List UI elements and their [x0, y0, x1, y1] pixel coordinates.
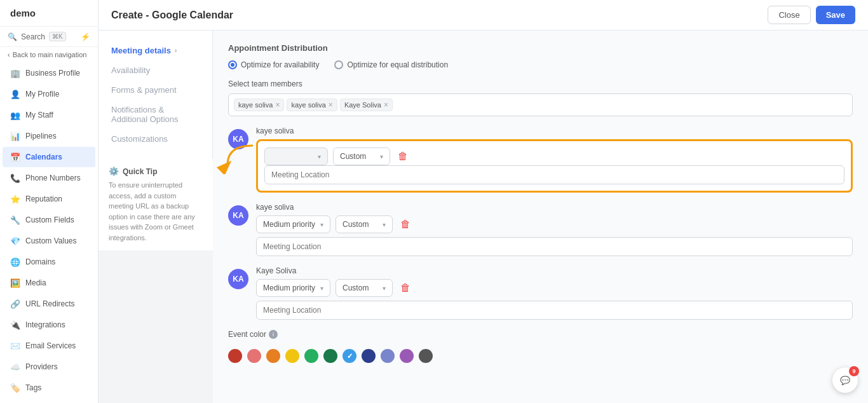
step-availability[interactable]: Availability	[98, 60, 212, 80]
sidebar-item-my-profile[interactable]: 👤 My Profile	[3, 84, 95, 104]
business-profile-icon: 🏢	[10, 68, 20, 78]
chat-bubble[interactable]: 💬 9	[832, 367, 858, 393]
location-input-0[interactable]	[264, 165, 844, 184]
sidebar-item-phone-numbers[interactable]: 📞 Phone Numbers	[3, 168, 95, 188]
step-notifications[interactable]: Notifications & Additional Options	[98, 100, 212, 129]
member-name-1: kaye soliva	[256, 203, 853, 212]
chat-icon: 💬	[840, 376, 850, 385]
my-profile-icon: 👤	[10, 89, 20, 99]
search-bar[interactable]: 🔍 Search ⌘K ⚡	[0, 27, 98, 47]
sidebar-item-label: URL Redirects	[25, 299, 75, 308]
radio-optimize-equal[interactable]: Optimize for equal distribution	[334, 60, 448, 69]
save-button[interactable]: Save	[816, 6, 855, 24]
sidebar-item-custom-values[interactable]: 💎 Custom Values	[3, 231, 95, 251]
step-label: Customizations	[111, 134, 168, 144]
remove-tag-0[interactable]: ×	[275, 100, 280, 109]
step-meeting-details[interactable]: Meeting details›	[98, 41, 212, 60]
color-swatch-10[interactable]	[419, 349, 433, 363]
priority-select-0[interactable]: ▾	[264, 147, 328, 165]
member-name-0: kaye soliva	[256, 126, 853, 135]
back-label: Back to main navigation	[13, 51, 87, 58]
back-to-main-nav[interactable]: ‹ Back to main navigation	[0, 47, 98, 62]
info-icon[interactable]: i	[269, 330, 278, 339]
delete-member-0[interactable]: 🗑	[395, 148, 410, 165]
topbar-actions: Close Save	[768, 6, 855, 24]
sidebar-item-url-redirects[interactable]: 🔗 URL Redirects	[3, 294, 95, 314]
pipelines-icon: 📊	[10, 131, 20, 141]
calendars-icon: 📅	[10, 152, 20, 162]
avatar-1: KA	[228, 205, 248, 226]
priority-select-1[interactable]: Medium priority ▾	[256, 215, 330, 233]
step-label: Availability	[111, 65, 150, 75]
radio-dot-filled	[228, 60, 237, 69]
sidebar-item-calendars[interactable]: 📅 Calendars	[3, 147, 95, 167]
sidebar-item-label: My Profile	[25, 90, 59, 99]
sidebar-item-my-staff[interactable]: 👥 My Staff	[3, 105, 95, 125]
custom-fields-icon: 🔧	[10, 215, 20, 225]
sidebar-item-media[interactable]: 🖼️ Media	[3, 273, 95, 293]
delete-member-2[interactable]: 🗑	[398, 280, 413, 296]
sidebar-item-providers[interactable]: ☁️ Providers	[3, 357, 95, 377]
arrow-icon	[215, 139, 259, 174]
color-swatch-1[interactable]	[247, 349, 261, 363]
quick-tip-header: ⚙️ Quick Tip	[109, 167, 203, 176]
radio-optimize-availability[interactable]: Optimize for availability	[228, 60, 319, 69]
close-button[interactable]: Close	[768, 6, 810, 24]
location-input-2[interactable]	[256, 301, 853, 320]
custom-select-0[interactable]: Custom ▾	[333, 147, 390, 165]
domains-icon: 🌐	[10, 257, 20, 267]
controls-row-2: Medium priority ▾ Custom ▾ 🗑	[256, 279, 853, 297]
topbar: Create - Google Calendar Close Save	[98, 0, 868, 31]
main-area: Create - Google Calendar Close Save Meet…	[98, 0, 868, 403]
event-color-row: ✓	[228, 349, 853, 363]
sidebar-item-reputation[interactable]: ⭐ Reputation	[3, 189, 95, 209]
color-swatch-5[interactable]	[323, 349, 337, 363]
distribution-title: Appointment Distribution	[228, 43, 853, 53]
color-swatch-6[interactable]: ✓	[342, 349, 356, 363]
step-label: Notifications & Additional Options	[111, 105, 200, 124]
sidebar-item-integrations[interactable]: 🔌 Integrations	[3, 315, 95, 335]
color-swatch-0[interactable]	[228, 349, 242, 363]
sidebar-item-label: Custom Values	[25, 236, 76, 245]
priority-select-2[interactable]: Medium priority ▾	[256, 279, 330, 297]
sidebar-item-labs[interactable]: 🧪 Labs new	[3, 399, 95, 403]
radio-availability-label: Optimize for availability	[241, 60, 319, 69]
app-logo: demo	[0, 0, 98, 27]
controls-row-1: Medium priority ▾ Custom ▾ 🗑	[256, 215, 853, 233]
sidebar-item-pipelines[interactable]: 📊 Pipelines	[3, 126, 95, 146]
my-staff-icon: 👥	[10, 110, 20, 120]
step-forms-payment[interactable]: Forms & payment	[98, 80, 212, 100]
color-swatch-9[interactable]	[400, 349, 414, 363]
form-content: Appointment Distribution Optimize for av…	[213, 31, 868, 403]
event-color-label: Event color i	[228, 330, 853, 339]
sidebar-item-business-profile[interactable]: 🏢 Business Profile	[3, 63, 95, 83]
color-swatch-8[interactable]	[381, 349, 395, 363]
phone-numbers-icon: 📞	[10, 173, 20, 183]
custom-select-1[interactable]: Custom ▾	[336, 215, 393, 233]
team-member-row-0: KA kaye soliva ▾ Custom ▾ 🗑	[228, 126, 853, 193]
sidebar-item-label: Providers	[25, 362, 58, 371]
sidebar-item-email-services[interactable]: ✉️ Email Services	[3, 336, 95, 356]
location-input-1[interactable]	[256, 237, 853, 256]
color-swatch-7[interactable]	[362, 349, 376, 363]
color-swatch-2[interactable]	[266, 349, 280, 363]
search-label: Search	[21, 32, 45, 41]
remove-tag-2[interactable]: ×	[384, 100, 388, 109]
sidebar-item-label: Business Profile	[25, 69, 80, 78]
sidebar-item-label: My Staff	[25, 111, 53, 120]
sidebar-item-custom-fields[interactable]: 🔧 Custom Fields	[3, 210, 95, 230]
sidebar-item-domains[interactable]: 🌐 Domains	[3, 252, 95, 272]
team-select-box[interactable]: kaye soliva×kaye soliva×Kaye Soliva×	[228, 93, 853, 116]
custom-select-2[interactable]: Custom ▾	[336, 279, 393, 297]
page-title: Create - Google Calendar	[111, 10, 233, 21]
remove-tag-1[interactable]: ×	[329, 100, 333, 109]
sidebar-item-label: Integrations	[25, 320, 65, 329]
color-swatch-4[interactable]	[304, 349, 318, 363]
sidebar: demo 🔍 Search ⌘K ⚡ ‹ Back to main naviga…	[0, 0, 98, 403]
sidebar-item-tags[interactable]: 🏷️ Tags	[3, 378, 95, 398]
color-swatch-3[interactable]	[285, 349, 299, 363]
tags-icon: 🏷️	[10, 383, 20, 393]
custom-values-icon: 💎	[10, 236, 20, 246]
delete-member-1[interactable]: 🗑	[398, 216, 413, 233]
step-customizations[interactable]: Customizations	[98, 129, 212, 149]
